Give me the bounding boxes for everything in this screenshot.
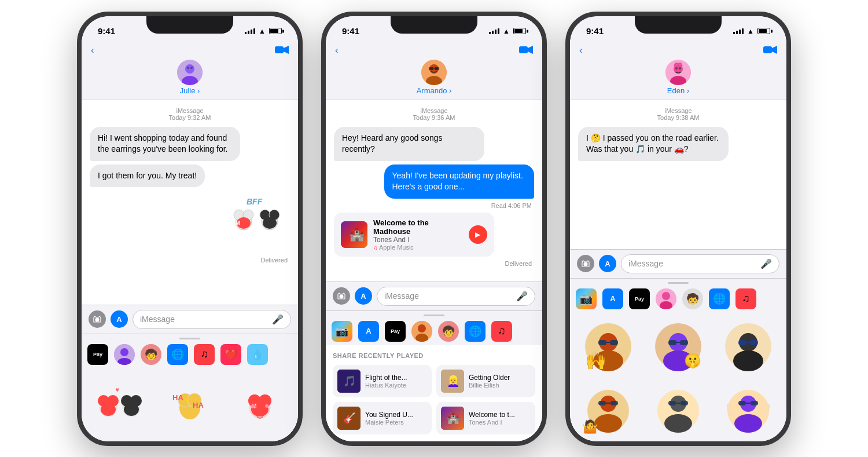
svg-point-99	[594, 414, 622, 433]
audio-icon-1[interactable]: 🎤	[272, 314, 284, 325]
music-panel-1[interactable]: SHARE RECENTLY PLAYED 🎵 Flight of the...…	[326, 345, 542, 441]
drawer-globe-2[interactable]: 🌐	[465, 321, 486, 342]
music-panel-item-4[interactable]: 🏰 Welcome to t... Tones And I	[436, 402, 535, 434]
music-panel-item-2[interactable]: 👱‍♀️ Getting Older Billie Eilish	[436, 365, 535, 397]
svg-rect-42	[519, 46, 528, 53]
audio-icon-3[interactable]: 🎤	[760, 258, 772, 269]
drawer-indicator-1	[179, 338, 200, 339]
apps-button-1[interactable]: A	[111, 310, 128, 328]
play-button-1[interactable]: ▶	[469, 225, 487, 244]
drawer-memoji-2[interactable]	[411, 321, 432, 342]
apps-button-2[interactable]: A	[355, 287, 372, 305]
drawer-teal-1[interactable]: 💧	[247, 344, 268, 365]
msg-status-1: Delivered	[90, 257, 288, 264]
memoji-panel-1[interactable]: 🙌 🤫	[570, 313, 786, 441]
music-card-1[interactable]: 🏰 Welcome to the Madhouse Tones And I ♫ …	[334, 213, 494, 257]
music-panel-item-3[interactable]: 🎸 You Signed U... Maisie Peters	[333, 402, 432, 434]
nav-header-2: ‹	[326, 42, 542, 100]
phone-3: 9:41 ▲	[565, 12, 791, 446]
music-panel-item-1[interactable]: 🎵 Flight of the... Hiatus Kaiyote	[333, 365, 432, 397]
back-button-2[interactable]: ‹	[335, 45, 339, 56]
memoji-5[interactable]	[649, 379, 707, 437]
svg-rect-81	[610, 340, 618, 345]
messages-area-2[interactable]: iMessageToday 9:36 AM Hey! Heard any goo…	[326, 100, 542, 281]
drawer-applepay-1[interactable]: Pay	[87, 344, 108, 365]
svg-rect-49	[429, 67, 433, 70]
drawer-icons-1: Pay 🧒 🌐 ♫ ❤️ 💧	[87, 344, 292, 365]
sticker-panel-1[interactable]: ♥ HA HA	[82, 368, 298, 441]
svg-text:🎸: 🎸	[343, 412, 356, 425]
video-button-3[interactable]	[763, 44, 777, 57]
memoji-1[interactable]: 🙌	[579, 317, 637, 375]
camera-button-1[interactable]	[89, 310, 106, 328]
memoji-4[interactable]: 🤷	[579, 379, 637, 437]
contact-name-2[interactable]: Armando ›	[417, 86, 452, 95]
nav-header-1: ‹	[82, 42, 298, 100]
svg-text:BFF: BFF	[247, 197, 263, 206]
track-2: Getting Older	[469, 374, 531, 382]
msg-bubble-received-3: Hey! Heard any good songs recently?	[334, 127, 484, 161]
drawer-appstore-3[interactable]: A	[602, 288, 623, 309]
signal-bar	[489, 32, 491, 34]
audio-icon-2[interactable]: 🎤	[516, 291, 528, 302]
drawer-appstore-2[interactable]: A	[358, 321, 379, 342]
battery-icon-1	[269, 28, 282, 34]
notch-2	[391, 16, 477, 34]
wifi-icon-3: ▲	[747, 27, 754, 35]
drawer-music-2[interactable]: ♫	[491, 321, 512, 342]
memoji-2[interactable]: 🤫	[649, 317, 707, 375]
drawer-applepay-2[interactable]: Pay	[385, 321, 406, 342]
drawer-music-3[interactable]: ♫	[735, 288, 756, 309]
imessage-input-2[interactable]: iMessage 🎤	[377, 287, 535, 306]
drawer-applepay-3[interactable]: Pay	[629, 288, 650, 309]
sticker-2[interactable]: HA HA	[158, 373, 222, 437]
contact-name-1[interactable]: Julie ›	[180, 86, 200, 95]
music-panel-info-4: Welcome to t... Tones And I	[469, 411, 531, 426]
app-drawer-1: Pay 🧒 🌐 ♫ ❤️ 💧	[82, 334, 298, 368]
input-bar-2: A iMessage 🎤	[326, 281, 542, 310]
drawer-memoji2-1[interactable]: 🧒	[141, 344, 161, 365]
drawer-photos-2[interactable]: 📷	[332, 321, 352, 342]
svg-point-93	[733, 350, 763, 371]
memoji-6[interactable]	[719, 379, 777, 437]
sticker-1[interactable]: ♥	[88, 373, 152, 437]
drawer-music-1[interactable]: ♫	[194, 344, 215, 365]
drawer-memoji-3[interactable]	[656, 288, 676, 309]
svg-marker-43	[528, 46, 533, 54]
back-button-1[interactable]: ‹	[91, 45, 94, 56]
drawer-memoji3-2[interactable]: 🧒	[438, 321, 459, 342]
signal-bar	[733, 32, 735, 34]
notch-3	[635, 16, 722, 34]
imessage-input-1[interactable]: iMessage 🎤	[133, 310, 291, 329]
messages-area-3[interactable]: iMessageToday 9:38 AM I 🤔 I passed you o…	[570, 100, 786, 249]
drawer-memoji-1[interactable]	[114, 344, 135, 365]
msg-bubble-sent-1: Yeah! I've been updating my playlist. He…	[384, 164, 535, 199]
svg-rect-95	[750, 340, 758, 345]
music-artist-1: Tones And I	[373, 236, 463, 244]
drawer-globe-3[interactable]: 🌐	[709, 288, 730, 309]
drawer-photos-3[interactable]: 📷	[576, 288, 597, 309]
back-button-3[interactable]: ‹	[579, 45, 583, 56]
svg-marker-1	[284, 46, 289, 54]
drawer-memoji4-3[interactable]: 🧒	[682, 288, 703, 309]
drawer-globe-1[interactable]: 🌐	[167, 344, 188, 365]
camera-button-2[interactable]	[333, 287, 350, 305]
memoji-3[interactable]	[719, 317, 777, 375]
svg-point-112	[734, 414, 762, 433]
drawer-heart-1[interactable]: ❤️	[220, 344, 241, 365]
messages-area-1[interactable]: iMessageiMessage Today 9:32 AMToday 9:32…	[82, 100, 298, 305]
sticker-3[interactable]: M	[228, 373, 292, 437]
msg-bubble-received-4: I 🤔 I passed you on the road earlier. Wa…	[578, 127, 729, 161]
app-drawer-2: 📷 A Pay 🧒 🌐 ♫	[326, 310, 542, 345]
svg-point-24	[101, 403, 116, 416]
imessage-input-3[interactable]: iMessage 🎤	[621, 254, 779, 273]
contact-name-3[interactable]: Eden ›	[667, 86, 689, 95]
camera-button-3[interactable]	[577, 255, 594, 272]
video-button-1[interactable]	[275, 44, 289, 57]
msg-bubble-received-1: Hi! I went shopping today and found the …	[90, 127, 240, 161]
video-button-2[interactable]	[519, 44, 533, 57]
svg-point-106	[664, 414, 692, 433]
music-service-1: ♫ Apple Music	[373, 244, 463, 251]
apps-button-3[interactable]: A	[599, 255, 616, 272]
svg-point-3	[185, 64, 194, 74]
